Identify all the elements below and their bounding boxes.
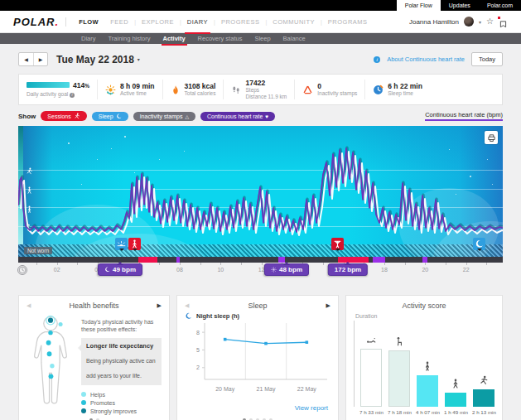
chart-plot-area[interactable]: Not worn	[18, 126, 503, 257]
activity-score-title: Activity score	[354, 302, 494, 310]
topbar-updates-link[interactable]: Updates	[441, 0, 479, 11]
avatar[interactable]	[464, 17, 474, 27]
user-name[interactable]: Joanna Hamilton	[409, 18, 459, 26]
notifications-flag-icon[interactable]	[499, 17, 508, 27]
clock-icon	[17, 265, 27, 275]
hour-tick	[36, 263, 37, 265]
star-icon[interactable]: ☆	[486, 17, 494, 26]
subnav-sleep[interactable]: Sleep	[254, 35, 270, 42]
body-benefit-figure	[27, 313, 75, 408]
stat-sleep-time: 6 h 22 minSleep time	[364, 80, 430, 99]
nav-flow[interactable]: FLOW	[73, 18, 104, 26]
goal-info-icon[interactable]: i	[70, 93, 75, 98]
hour-tick	[486, 263, 487, 265]
filter-pill-sleep[interactable]: Sleep	[92, 112, 128, 121]
lifter-icon	[333, 239, 342, 249]
subnav-training-history[interactable]: Training history	[109, 35, 151, 42]
legend-dot	[81, 400, 86, 405]
bpm-badge[interactable]: 172 bpm	[328, 263, 368, 276]
wear-status-strip	[18, 244, 503, 257]
activity-bar[interactable]	[417, 375, 438, 407]
nav-programs[interactable]: PROGRAMS	[322, 18, 374, 26]
view-report-link[interactable]: View report	[295, 404, 328, 412]
hour-label: 22	[463, 267, 470, 273]
filter-pill-inactivity[interactable]: Inactivity stamps△	[133, 112, 195, 121]
today-button[interactable]: Today	[471, 52, 503, 66]
sleep-data-point[interactable]	[306, 340, 309, 344]
stat-total-calories: 3108 kcalTotal calories	[162, 80, 224, 99]
stat-steps: 17422StepsDistance 11.9 km	[223, 80, 294, 99]
nav-community[interactable]: COMMUNITY	[267, 18, 321, 26]
hour-tick	[425, 263, 426, 265]
activity-bar[interactable]	[445, 393, 466, 407]
notification-dot	[498, 17, 500, 19]
not-worn-label: Not worn	[24, 247, 52, 254]
subnav-balance[interactable]: Balance	[283, 35, 306, 42]
event-marker-walker-icon[interactable]	[128, 238, 141, 250]
activity-goal-progress-bar	[27, 82, 70, 88]
flame-icon	[171, 84, 181, 95]
subnav-diary[interactable]: Diary	[81, 35, 96, 42]
activity-bar-column	[473, 374, 494, 407]
polar-logo[interactable]: POLAR.	[13, 16, 59, 28]
hour-tick	[200, 263, 201, 265]
stat-activity-goal: 414% Daily activity goal i	[19, 80, 97, 99]
inactivity-triangle-icon	[302, 84, 313, 95]
sleep-data-point[interactable]	[264, 342, 268, 345]
prev-day-button[interactable]: ◀	[19, 53, 33, 65]
bpm-badge[interactable]: 48 bpm	[264, 263, 309, 276]
sleep-data-point[interactable]	[224, 338, 227, 341]
sun-icon	[271, 267, 277, 273]
subnav-recovery-status[interactable]: Recovery status	[198, 35, 243, 42]
activity-bar-label: 7 h 18 min	[388, 409, 409, 415]
filter-pill-sessions[interactable]: Sessions	[41, 111, 86, 121]
nav-diary[interactable]: DIARY	[181, 18, 214, 26]
legend-dot	[81, 392, 86, 397]
export-print-button[interactable]	[485, 131, 498, 144]
daily-activity-chart[interactable]: Not worn 020406081012141618202249 bpm48 …	[18, 126, 503, 284]
activity-bar[interactable]	[388, 350, 410, 407]
topbar-polar-flow-tab[interactable]: Polar Flow	[397, 0, 441, 11]
legend-dot	[81, 408, 86, 413]
run-icon	[479, 374, 489, 389]
legend-label: Helps	[90, 392, 105, 398]
activity-bar-column	[417, 360, 438, 407]
diary-subnav: Diary Training history Activity Recovery…	[0, 33, 521, 44]
chevron-down-icon[interactable]: ▾	[479, 19, 481, 25]
sun-icon	[105, 84, 116, 95]
activity-bar[interactable]	[473, 389, 494, 407]
walk-icon	[451, 377, 461, 392]
session-timeline-bar[interactable]	[18, 257, 503, 263]
activity-bar[interactable]	[360, 349, 382, 407]
bpm-badge[interactable]: 49 bpm	[98, 263, 142, 276]
sleep-clock-icon	[373, 84, 384, 95]
subnav-activity[interactable]: Activity	[163, 35, 186, 42]
time-axis: 020406081012141618202249 bpm48 bpm172 bp…	[18, 263, 503, 284]
next-day-button[interactable]: ▶	[33, 53, 47, 65]
card-next-icon[interactable]: ▶	[157, 302, 162, 309]
event-marker-sunrise-icon[interactable]	[115, 238, 128, 250]
heart-rate-curve	[18, 126, 503, 257]
nav-progress[interactable]: PROGRESS	[215, 18, 266, 26]
activity-bar-label: 1 h 49 min	[444, 409, 466, 415]
activity-bar-column	[445, 377, 466, 407]
card-next-icon[interactable]: ▶	[326, 302, 330, 309]
nav-feed[interactable]: FEED	[104, 18, 134, 26]
hour-tick	[446, 263, 446, 265]
session-segment	[422, 257, 427, 263]
activity-bar-column	[360, 333, 382, 407]
hour-label: 20	[422, 267, 428, 273]
nav-explore[interactable]: EXPLORE	[136, 18, 180, 26]
info-icon: i	[374, 56, 380, 63]
filter-pill-heart-rate[interactable]: Continuous heart rate♥	[200, 112, 275, 121]
event-marker-moon-icon[interactable]	[473, 238, 485, 250]
header-divider	[65, 17, 66, 27]
moon-icon	[185, 312, 192, 320]
about-continuous-hr-link[interactable]: About Continuous heart rate	[387, 56, 465, 63]
date-dropdown-caret-icon[interactable]: ▾	[137, 56, 140, 62]
event-marker-lifter-icon[interactable]	[331, 238, 344, 250]
page-date-title[interactable]: Tue May 22 2018	[56, 54, 134, 65]
y-tick-label: 8	[196, 330, 200, 336]
session-segment	[176, 257, 180, 263]
topbar-polar-com-link[interactable]: Polar.com	[479, 0, 521, 11]
